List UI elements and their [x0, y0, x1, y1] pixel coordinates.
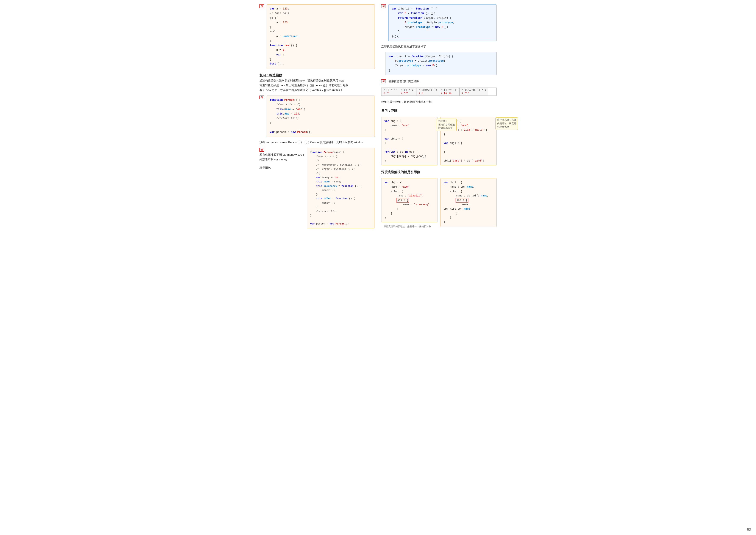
- type-cell-5: > String([]) + 1 < "1": [460, 88, 488, 96]
- prose-constructor-3: 有了 new 之后，才会发生两步隐式变化（ var this = {}; ret…: [259, 88, 375, 93]
- section-title-deepclone: 深度克隆解决的就是引用值: [381, 170, 497, 174]
- note-external: 外部看不到 var money: [259, 157, 305, 162]
- example-badge-1: 例: [259, 4, 264, 8]
- type-cell-3: > Number([]) < 0: [417, 88, 439, 96]
- type-conv-header: 例 引用值也能进行类型转换: [381, 79, 497, 84]
- clone-row: var obj = { name : "abc" } var obj1 = { …: [381, 117, 497, 165]
- block1-container: 例 var a = 123; // this call go { a : 123…: [259, 4, 375, 69]
- code-block-3: function Person(name) { //var this = { /…: [307, 148, 375, 228]
- type-cell-1: > [] + "" < "": [381, 88, 399, 96]
- deep-clone-left-code: var obj = { name : "abc", wife : { name …: [381, 178, 438, 223]
- code-block-2: function Person() { //var this = {} this…: [267, 96, 375, 137]
- deep-clone-right-code: var obj1 = { name : obj.name, wife : { n…: [441, 178, 497, 227]
- block2-container: 例 function Person() { //var this = {} th…: [259, 96, 375, 137]
- deep-clone-row: var obj = { name : "abc", wife : { name …: [381, 178, 497, 227]
- type-cell-4: > [] == []; < false: [439, 88, 460, 96]
- section-constructor: 复习：构造函数 通过构造函数构造对象的时候用 new，我执行函数的时候就不用 n…: [259, 72, 375, 93]
- clone-left-code: var obj = { name : "abc" } var obj1 = { …: [381, 117, 438, 165]
- section-title-constructor: 复习：构造函数: [259, 73, 375, 77]
- right-code-block-1: var inherit = (function () { var F = fun…: [388, 4, 497, 41]
- right-column: 例 var inherit = (function () { var F = f…: [381, 4, 497, 228]
- clone-left-box: var obj = { name : "abc" } var obj1 = { …: [381, 117, 438, 165]
- left-column: 例 var a = 123; // this call go { a : 123…: [259, 4, 375, 228]
- right-example-badge-1: 例: [381, 4, 386, 8]
- type-conv-text: 引用值也能进行类型转换: [388, 79, 419, 84]
- prose-new-person: 没有 var person = new Person（ ）；只 Person 会…: [259, 140, 375, 145]
- type-conversion-table: > [] + "" < "" > [] + 2; < "2" > Number(…: [381, 88, 497, 96]
- page-container: 例 var a = 123; // this call go { a : 123…: [259, 4, 497, 228]
- right-block1-container: 例 var inherit = (function () { var F = f…: [381, 4, 497, 41]
- prose-constructor-2: 构造对象必须是 new 加上构造函数执行（如 person();）才能构造出对象: [259, 83, 375, 88]
- block3-notes: 例 私有化属性看不到 var money=100； 外部看不到 var mone…: [259, 148, 305, 170]
- example-badge-2: 例: [259, 96, 264, 99]
- section-title-clone: 复习：克隆: [381, 109, 497, 113]
- deep-clone-left: var obj = { name : "abc", wife : { name …: [381, 178, 438, 227]
- clone-annotation-deep: 这样浅克隆，克隆 的是地址，缺点是 你改我也改: [496, 117, 518, 130]
- prose-array-neq: 数组不等于数组，因为里面的地址不一样: [381, 99, 497, 104]
- note-closure: 就是闭包: [259, 165, 305, 170]
- note-private: 私有化属性看不到 var money=100；: [259, 153, 305, 157]
- result-code-block: var inherit = function(Target, Origin) {…: [386, 52, 497, 75]
- deep-annotation: 深度克隆不拷贝地址，是新建一个来拷贝对象: [384, 225, 431, 229]
- type-cell-2: > [] + 2; < "2": [399, 88, 417, 96]
- prose-iife: 立即执行函数执行完就成下面这样了: [381, 44, 497, 49]
- code-block-1: var a = 123; // this call go { a : 123 }…: [267, 4, 375, 69]
- deep-clone-right: var obj1 = { name : obj.name, wife : { n…: [441, 178, 497, 227]
- example-badge-3: 例: [259, 148, 264, 152]
- example-badge-type: 例: [381, 79, 386, 83]
- block3-container: 例 私有化属性看不到 var money=100； 外部看不到 var mone…: [259, 148, 375, 228]
- prose-constructor-1: 通过构造函数构造对象的时候用 new，我执行函数的时候就不用 new: [259, 78, 375, 83]
- clone-annotation-shallow: 浅克隆： 当拷贝引用值的 时候就不行了: [437, 119, 457, 131]
